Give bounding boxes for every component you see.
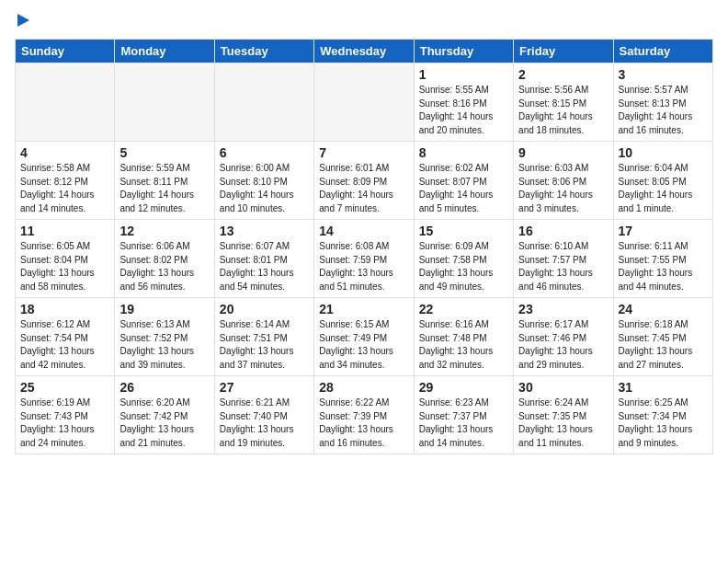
- day-info-text: Sunrise: 6:08 AM Sunset: 7:59 PM Dayligh…: [319, 240, 408, 293]
- day-info-text: Sunrise: 6:00 AM Sunset: 8:10 PM Dayligh…: [220, 162, 309, 215]
- day-number: 21: [319, 302, 408, 316]
- day-info-text: Sunrise: 6:19 AM Sunset: 7:43 PM Dayligh…: [20, 396, 109, 450]
- day-number: 5: [119, 145, 209, 160]
- day-cell: 17Sunrise: 6:11 AM Sunset: 7:55 PM Dayli…: [613, 220, 712, 298]
- day-cell: 29Sunrise: 6:23 AM Sunset: 7:37 PM Dayli…: [414, 376, 513, 454]
- day-number: 27: [220, 380, 309, 395]
- day-cell: 4Sunrise: 5:58 AM Sunset: 8:12 PM Daylig…: [16, 142, 115, 220]
- column-header-saturday: Saturday: [613, 40, 712, 63]
- week-row-4: 18Sunrise: 6:12 AM Sunset: 7:54 PM Dayli…: [16, 298, 713, 376]
- day-info-text: Sunrise: 6:20 AM Sunset: 7:42 PM Dayligh…: [119, 396, 209, 450]
- day-info-text: Sunrise: 6:13 AM Sunset: 7:52 PM Dayligh…: [119, 318, 209, 372]
- day-info-text: Sunrise: 6:05 AM Sunset: 8:04 PM Dayligh…: [20, 240, 109, 293]
- day-number: 19: [119, 302, 209, 316]
- page-header: [15, 15, 713, 28]
- day-info-text: Sunrise: 6:09 AM Sunset: 7:58 PM Dayligh…: [419, 240, 508, 293]
- day-info-text: Sunrise: 6:21 AM Sunset: 7:40 PM Dayligh…: [220, 396, 309, 450]
- day-number: 20: [220, 302, 309, 316]
- day-number: 1: [419, 67, 508, 82]
- day-cell: 21Sunrise: 6:15 AM Sunset: 7:49 PM Dayli…: [314, 298, 414, 376]
- day-cell: 15Sunrise: 6:09 AM Sunset: 7:58 PM Dayli…: [414, 220, 513, 298]
- day-info-text: Sunrise: 6:10 AM Sunset: 7:57 PM Dayligh…: [518, 240, 608, 293]
- day-info-text: Sunrise: 6:24 AM Sunset: 7:35 PM Dayligh…: [518, 396, 608, 450]
- day-number: 9: [518, 145, 608, 160]
- day-number: 7: [319, 145, 408, 160]
- day-number: 8: [419, 145, 508, 160]
- day-cell: 14Sunrise: 6:08 AM Sunset: 7:59 PM Dayli…: [314, 220, 414, 298]
- day-cell: 3Sunrise: 5:57 AM Sunset: 8:13 PM Daylig…: [613, 63, 712, 142]
- calendar-header-row: SundayMondayTuesdayWednesdayThursdayFrid…: [16, 40, 713, 63]
- day-info-text: Sunrise: 6:22 AM Sunset: 7:39 PM Dayligh…: [319, 396, 408, 450]
- day-info-text: Sunrise: 5:58 AM Sunset: 8:12 PM Dayligh…: [20, 162, 109, 215]
- day-number: 18: [20, 302, 109, 316]
- day-cell: 20Sunrise: 6:14 AM Sunset: 7:51 PM Dayli…: [214, 298, 313, 376]
- week-row-3: 11Sunrise: 6:05 AM Sunset: 8:04 PM Dayli…: [16, 220, 713, 298]
- day-info-text: Sunrise: 6:14 AM Sunset: 7:51 PM Dayligh…: [220, 318, 309, 372]
- day-number: 13: [220, 224, 309, 238]
- day-info-text: Sunrise: 5:56 AM Sunset: 8:15 PM Dayligh…: [518, 84, 608, 137]
- day-number: 6: [220, 145, 309, 160]
- day-cell: 8Sunrise: 6:02 AM Sunset: 8:07 PM Daylig…: [414, 142, 513, 220]
- logo: [15, 15, 29, 28]
- day-cell: [214, 63, 313, 142]
- day-cell: 27Sunrise: 6:21 AM Sunset: 7:40 PM Dayli…: [214, 376, 313, 454]
- day-cell: 10Sunrise: 6:04 AM Sunset: 8:05 PM Dayli…: [613, 142, 712, 220]
- day-cell: 7Sunrise: 6:01 AM Sunset: 8:09 PM Daylig…: [314, 142, 414, 220]
- day-info-text: Sunrise: 6:12 AM Sunset: 7:54 PM Dayligh…: [20, 318, 109, 372]
- day-info-text: Sunrise: 6:02 AM Sunset: 8:07 PM Dayligh…: [419, 162, 508, 215]
- day-number: 11: [20, 224, 109, 238]
- week-row-1: 1Sunrise: 5:55 AM Sunset: 8:16 PM Daylig…: [16, 63, 713, 142]
- day-cell: 18Sunrise: 6:12 AM Sunset: 7:54 PM Dayli…: [16, 298, 115, 376]
- week-row-2: 4Sunrise: 5:58 AM Sunset: 8:12 PM Daylig…: [16, 142, 713, 220]
- day-info-text: Sunrise: 6:25 AM Sunset: 7:34 PM Dayligh…: [619, 396, 708, 450]
- day-cell: 13Sunrise: 6:07 AM Sunset: 8:01 PM Dayli…: [214, 220, 313, 298]
- day-cell: 24Sunrise: 6:18 AM Sunset: 7:45 PM Dayli…: [613, 298, 712, 376]
- day-number: 3: [619, 67, 708, 82]
- day-cell: 12Sunrise: 6:06 AM Sunset: 8:02 PM Dayli…: [115, 220, 214, 298]
- day-number: 23: [518, 302, 608, 316]
- day-cell: 19Sunrise: 6:13 AM Sunset: 7:52 PM Dayli…: [115, 298, 214, 376]
- day-cell: 11Sunrise: 6:05 AM Sunset: 8:04 PM Dayli…: [16, 220, 115, 298]
- day-number: 16: [518, 224, 608, 238]
- day-cell: 9Sunrise: 6:03 AM Sunset: 8:06 PM Daylig…: [514, 142, 613, 220]
- day-number: 2: [518, 67, 608, 82]
- day-number: 4: [20, 145, 109, 160]
- day-info-text: Sunrise: 6:17 AM Sunset: 7:46 PM Dayligh…: [518, 318, 608, 372]
- day-cell: [115, 63, 214, 142]
- day-info-text: Sunrise: 6:04 AM Sunset: 8:05 PM Dayligh…: [619, 162, 708, 215]
- day-info-text: Sunrise: 6:23 AM Sunset: 7:37 PM Dayligh…: [419, 396, 508, 450]
- day-number: 14: [319, 224, 408, 238]
- day-number: 10: [619, 145, 708, 160]
- day-number: 25: [20, 380, 109, 395]
- day-number: 28: [319, 380, 408, 395]
- day-cell: 5Sunrise: 5:59 AM Sunset: 8:11 PM Daylig…: [115, 142, 214, 220]
- week-row-5: 25Sunrise: 6:19 AM Sunset: 7:43 PM Dayli…: [16, 376, 713, 454]
- day-info-text: Sunrise: 5:55 AM Sunset: 8:16 PM Dayligh…: [419, 84, 508, 137]
- day-info-text: Sunrise: 6:16 AM Sunset: 7:48 PM Dayligh…: [419, 318, 508, 372]
- day-number: 24: [619, 302, 708, 316]
- day-number: 31: [619, 380, 708, 395]
- column-header-friday: Friday: [514, 40, 613, 63]
- day-cell: [16, 63, 115, 142]
- column-header-wednesday: Wednesday: [314, 40, 414, 63]
- logo-chevron-icon: [17, 14, 29, 27]
- day-cell: 22Sunrise: 6:16 AM Sunset: 7:48 PM Dayli…: [414, 298, 513, 376]
- calendar-table: SundayMondayTuesdayWednesdayThursdayFrid…: [15, 39, 713, 454]
- day-info-text: Sunrise: 6:06 AM Sunset: 8:02 PM Dayligh…: [119, 240, 209, 293]
- day-number: 22: [419, 302, 508, 316]
- day-number: 15: [419, 224, 508, 238]
- day-info-text: Sunrise: 6:18 AM Sunset: 7:45 PM Dayligh…: [619, 318, 708, 372]
- day-number: 29: [419, 380, 508, 395]
- day-cell: [314, 63, 414, 142]
- column-header-thursday: Thursday: [414, 40, 513, 63]
- day-info-text: Sunrise: 5:57 AM Sunset: 8:13 PM Dayligh…: [619, 84, 708, 137]
- day-number: 12: [119, 224, 209, 238]
- column-header-sunday: Sunday: [16, 40, 115, 63]
- column-header-monday: Monday: [115, 40, 214, 63]
- day-info-text: Sunrise: 5:59 AM Sunset: 8:11 PM Dayligh…: [119, 162, 209, 215]
- day-cell: 6Sunrise: 6:00 AM Sunset: 8:10 PM Daylig…: [214, 142, 313, 220]
- day-number: 17: [619, 224, 708, 238]
- day-info-text: Sunrise: 6:01 AM Sunset: 8:09 PM Dayligh…: [319, 162, 408, 215]
- day-number: 30: [518, 380, 608, 395]
- day-info-text: Sunrise: 6:07 AM Sunset: 8:01 PM Dayligh…: [220, 240, 309, 293]
